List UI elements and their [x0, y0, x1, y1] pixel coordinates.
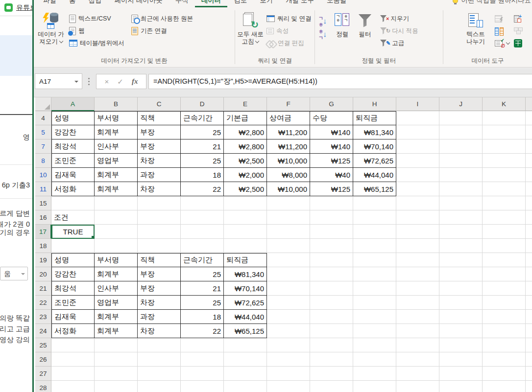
- insert-function-icon[interactable]: fx: [132, 77, 138, 86]
- cell-D21[interactable]: 21: [181, 281, 224, 296]
- text-csv-button[interactable]: 텍스트/CSV: [69, 14, 124, 23]
- column-header-B[interactable]: B: [95, 97, 138, 111]
- column-header-G[interactable]: G: [310, 97, 353, 111]
- cell-I17[interactable]: [396, 225, 439, 239]
- cell-I25[interactable]: [396, 338, 439, 352]
- cell-J17[interactable]: [439, 225, 483, 239]
- clear-filter-button[interactable]: × 지우기: [380, 14, 418, 23]
- cell-J23[interactable]: [439, 310, 483, 324]
- cell-J20[interactable]: [439, 267, 483, 281]
- row-header-15[interactable]: 15: [35, 196, 51, 210]
- cell-G28[interactable]: [310, 381, 353, 392]
- cell-E18[interactable]: [224, 239, 267, 253]
- cell-D7[interactable]: 21: [181, 139, 224, 154]
- cell-F16[interactable]: [267, 210, 310, 225]
- get-data-button[interactable]: 데이터 가져오기: [35, 9, 67, 58]
- cell-J21[interactable]: [439, 281, 483, 296]
- cell-C28[interactable]: [138, 381, 181, 392]
- cell-A28[interactable]: [51, 381, 95, 392]
- cell-I10[interactable]: [396, 168, 439, 182]
- cell-B24[interactable]: 회계부: [95, 324, 138, 338]
- cell-H27[interactable]: [353, 367, 396, 381]
- cell-D11[interactable]: 22: [181, 182, 224, 196]
- row-header-20[interactable]: 20: [35, 267, 51, 281]
- cell-B5[interactable]: 회계부: [95, 125, 138, 139]
- cell-B7[interactable]: 인사부: [95, 139, 138, 154]
- cell-H20[interactable]: [353, 267, 396, 281]
- cell-A19[interactable]: 성명: [51, 253, 95, 267]
- column-header-A[interactable]: A: [51, 97, 95, 111]
- formula-bar-resize-handle[interactable]: [88, 81, 90, 82]
- column-header-I[interactable]: I: [396, 97, 439, 111]
- cell-E19[interactable]: 퇴직금: [224, 253, 267, 267]
- cell-E11[interactable]: ₩2,500: [224, 182, 267, 196]
- cell-E16[interactable]: [224, 210, 267, 225]
- row-header-25[interactable]: 25: [35, 338, 51, 352]
- row-header-18[interactable]: 18: [35, 239, 51, 253]
- cell-B18[interactable]: [95, 239, 138, 253]
- cell-D25[interactable]: [181, 338, 224, 352]
- cell-D27[interactable]: [181, 367, 224, 381]
- cell-B4[interactable]: 부서명: [95, 111, 138, 125]
- cell-A5[interactable]: 강감찬: [51, 125, 95, 139]
- cell-D4[interactable]: 근속기간: [181, 111, 224, 125]
- cell-C20[interactable]: 부장: [138, 267, 181, 281]
- cell-I20[interactable]: [396, 267, 439, 281]
- cell-K11[interactable]: [483, 182, 526, 196]
- cell-J24[interactable]: [439, 324, 483, 338]
- cell-E10[interactable]: ₩2,000: [224, 168, 267, 182]
- cell-K16[interactable]: [483, 210, 526, 225]
- cell-B28[interactable]: [95, 381, 138, 392]
- tell-me-box[interactable]: 어떤 작업을 원하시나요: [453, 0, 532, 7]
- cell-C26[interactable]: [138, 352, 181, 367]
- cell-H4[interactable]: 퇴직금: [353, 111, 396, 125]
- cell-J22[interactable]: [439, 296, 483, 310]
- cell-F22[interactable]: [267, 296, 310, 310]
- cell-E4[interactable]: 기본급: [224, 111, 267, 125]
- cell-C21[interactable]: 부장: [138, 281, 181, 296]
- cell-D17[interactable]: [181, 225, 224, 239]
- cell-B11[interactable]: 회계부: [95, 182, 138, 196]
- cell-D5[interactable]: 25: [181, 125, 224, 139]
- cell-H25[interactable]: [353, 338, 396, 352]
- column-header-E[interactable]: E: [224, 97, 267, 111]
- cell-A7[interactable]: 최강석: [51, 139, 95, 154]
- cell-I27[interactable]: [396, 367, 439, 381]
- cell-B17[interactable]: [95, 225, 138, 239]
- cell-B20[interactable]: 회계부: [95, 267, 138, 281]
- cell-F20[interactable]: [267, 267, 310, 281]
- cell-B27[interactable]: [95, 367, 138, 381]
- column-header-C[interactable]: C: [138, 97, 181, 111]
- cell-H8[interactable]: ₩72,625: [353, 154, 396, 168]
- cell-J19[interactable]: [439, 253, 483, 267]
- cell-H26[interactable]: [353, 352, 396, 367]
- cell-K22[interactable]: [483, 296, 526, 310]
- tab-개발 도구[interactable]: 개발 도구: [279, 0, 320, 7]
- cell-F4[interactable]: 상여금: [267, 111, 310, 125]
- cell-F23[interactable]: [267, 310, 310, 324]
- cell-E5[interactable]: ₩2,800: [224, 125, 267, 139]
- consolidate-button[interactable]: +: [514, 14, 522, 23]
- cell-C27[interactable]: [138, 367, 181, 381]
- cell-I16[interactable]: [396, 210, 439, 225]
- cell-A18[interactable]: [51, 239, 95, 253]
- cell-A24[interactable]: 서정화: [51, 324, 95, 338]
- cell-K23[interactable]: [483, 310, 526, 324]
- cell-D23[interactable]: 18: [181, 310, 224, 324]
- cell-B10[interactable]: 회계부: [95, 168, 138, 182]
- cell-K17[interactable]: [483, 225, 526, 239]
- cell-G11[interactable]: ₩125: [310, 182, 353, 196]
- cell-F24[interactable]: [267, 324, 310, 338]
- cell-D20[interactable]: 25: [181, 267, 224, 281]
- cell-C4[interactable]: 직책: [138, 111, 181, 125]
- cell-C19[interactable]: 직책: [138, 253, 181, 267]
- tab-페이지 레이아웃[interactable]: 페이지 레이아웃: [108, 0, 169, 7]
- cell-F8[interactable]: ₩10,000: [267, 154, 310, 168]
- row-header-21[interactable]: 21: [35, 281, 51, 296]
- cell-G7[interactable]: ₩140: [310, 139, 353, 154]
- cell-C10[interactable]: 과장: [138, 168, 181, 182]
- cell-D16[interactable]: [181, 210, 224, 225]
- cell-F25[interactable]: [267, 338, 310, 352]
- cell-G15[interactable]: [310, 196, 353, 210]
- cell-K20[interactable]: [483, 267, 526, 281]
